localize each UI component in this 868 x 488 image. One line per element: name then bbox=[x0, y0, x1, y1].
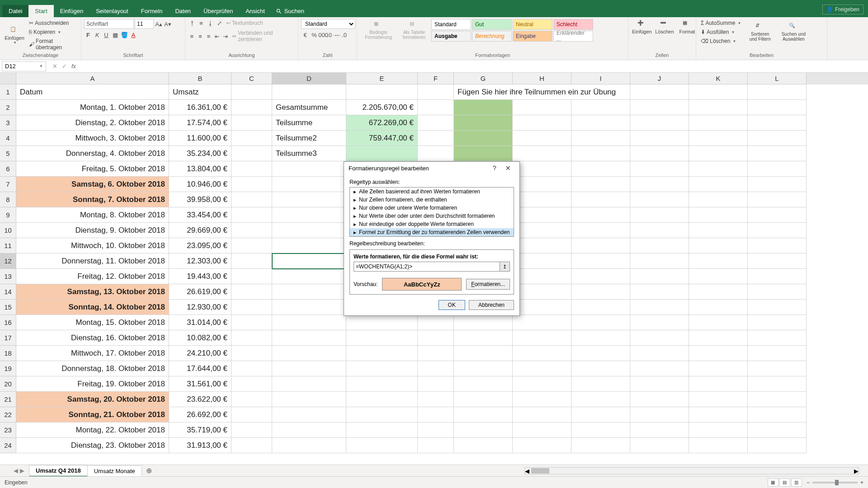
cell[interactable] bbox=[689, 192, 748, 207]
cell[interactable]: 19.443,00 € bbox=[169, 269, 231, 284]
underline-button[interactable]: U bbox=[102, 31, 110, 39]
cell[interactable] bbox=[689, 161, 748, 177]
cell[interactable] bbox=[513, 376, 571, 392]
column-header[interactable]: H bbox=[513, 73, 571, 84]
cell[interactable] bbox=[454, 146, 513, 161]
cell[interactable] bbox=[571, 253, 630, 269]
cell[interactable] bbox=[571, 238, 630, 253]
column-header[interactable]: K bbox=[689, 73, 748, 84]
sheet-nav[interactable]: ◀▶ bbox=[9, 467, 29, 474]
indent-inc-button[interactable]: ⇥ bbox=[222, 32, 230, 40]
row-header[interactable]: 3 bbox=[0, 115, 16, 131]
cell[interactable] bbox=[748, 207, 807, 223]
cell[interactable] bbox=[418, 315, 454, 330]
row-header[interactable]: 16 bbox=[0, 315, 16, 330]
rule-type-option[interactable]: ►Nur Zellen formatieren, die enthalten bbox=[350, 196, 514, 204]
cell[interactable] bbox=[630, 223, 689, 238]
cell[interactable] bbox=[689, 131, 748, 146]
tab-formulas[interactable]: Formeln bbox=[135, 5, 169, 17]
cell[interactable]: Dienstag, 16. Oktober 2018 bbox=[16, 330, 169, 346]
cell[interactable]: 26.692,00 € bbox=[169, 407, 231, 422]
cell[interactable]: Mittwoch, 17. Oktober 2018 bbox=[16, 346, 169, 361]
cell[interactable] bbox=[630, 253, 689, 269]
cell[interactable] bbox=[346, 330, 418, 346]
cell[interactable]: 26.619,00 € bbox=[169, 284, 231, 300]
sheet-tab-active[interactable]: Umsatz Q4 2018 bbox=[29, 465, 88, 477]
cell[interactable] bbox=[272, 284, 346, 300]
row-header[interactable]: 5 bbox=[0, 146, 16, 161]
row-header[interactable]: 7 bbox=[0, 177, 16, 192]
column-header[interactable]: C bbox=[231, 73, 272, 84]
cell[interactable]: Fügen Sie hier ihre Teilnummen ein zur Ü… bbox=[454, 84, 630, 100]
rule-type-option[interactable]: ►Nur eindeutige oder doppelte Werte form… bbox=[350, 220, 514, 228]
cell[interactable] bbox=[231, 192, 272, 207]
cell[interactable] bbox=[571, 376, 630, 392]
cell[interactable]: Samstag, 20. Oktober 2018 bbox=[16, 392, 169, 407]
cell[interactable] bbox=[630, 284, 689, 300]
cell[interactable] bbox=[571, 422, 630, 438]
cell[interactable] bbox=[689, 100, 748, 115]
row-header[interactable]: 6 bbox=[0, 161, 16, 177]
row-header[interactable]: 23 bbox=[0, 422, 16, 438]
cell[interactable] bbox=[571, 330, 630, 346]
cell[interactable] bbox=[571, 192, 630, 207]
cell[interactable] bbox=[630, 407, 689, 422]
cell[interactable] bbox=[513, 146, 571, 161]
column-header[interactable]: G bbox=[454, 73, 513, 84]
next-sheet-icon[interactable]: ▶ bbox=[20, 467, 24, 474]
cell[interactable] bbox=[513, 177, 571, 192]
tab-view[interactable]: Ansicht bbox=[239, 5, 271, 17]
format-button[interactable]: Formatieren... bbox=[466, 279, 510, 290]
cell[interactable] bbox=[689, 407, 748, 422]
column-header[interactable]: L bbox=[748, 73, 807, 84]
cell[interactable] bbox=[689, 422, 748, 438]
align-middle-button[interactable]: ≡ bbox=[197, 19, 205, 27]
range-picker-button[interactable]: ↥ bbox=[500, 262, 510, 272]
cell[interactable] bbox=[513, 300, 571, 315]
cell[interactable]: Freitag, 12. Oktober 2018 bbox=[16, 269, 169, 284]
cell[interactable]: 16.361,00 € bbox=[169, 100, 231, 115]
tab-review[interactable]: Überprüfen bbox=[197, 5, 239, 17]
cell[interactable] bbox=[454, 315, 513, 330]
cell[interactable] bbox=[630, 300, 689, 315]
cell[interactable] bbox=[454, 438, 513, 453]
wrap-text-button[interactable]: ↩Textumbruch bbox=[224, 19, 265, 27]
cell[interactable] bbox=[346, 376, 418, 392]
cell[interactable] bbox=[689, 238, 748, 253]
cell[interactable] bbox=[630, 84, 689, 100]
cell[interactable] bbox=[571, 177, 630, 192]
cell[interactable] bbox=[454, 346, 513, 361]
sheet-tab-other[interactable]: Umsatz Monate bbox=[87, 465, 142, 476]
rule-formula-input[interactable] bbox=[354, 262, 500, 272]
font-family-combo[interactable] bbox=[84, 19, 134, 29]
column-header[interactable]: F bbox=[418, 73, 454, 84]
cell[interactable] bbox=[571, 269, 630, 284]
cell[interactable] bbox=[513, 207, 571, 223]
cell[interactable] bbox=[571, 346, 630, 361]
cell[interactable] bbox=[630, 100, 689, 115]
cell-styles-gallery[interactable]: Standard Gut Neutral Schlecht Ausgabe Be… bbox=[431, 19, 593, 42]
row-header[interactable]: 17 bbox=[0, 330, 16, 346]
row-header[interactable]: 21 bbox=[0, 392, 16, 407]
cell[interactable] bbox=[418, 392, 454, 407]
cell[interactable] bbox=[630, 207, 689, 223]
cell[interactable] bbox=[689, 330, 748, 346]
row-header[interactable]: 8 bbox=[0, 192, 16, 207]
cell[interactable]: Mittwoch, 3. Oktober 2018 bbox=[16, 131, 169, 146]
cell[interactable] bbox=[346, 315, 418, 330]
cell[interactable] bbox=[346, 392, 418, 407]
cell[interactable] bbox=[630, 192, 689, 207]
cell[interactable] bbox=[630, 238, 689, 253]
cell[interactable] bbox=[748, 131, 807, 146]
row-header[interactable]: 22 bbox=[0, 407, 16, 422]
cell[interactable]: 17.644,00 € bbox=[169, 361, 231, 376]
cell[interactable]: 2.205.670,00 € bbox=[346, 100, 418, 115]
format-as-table-button[interactable]: ▤ Als Tabelle formatieren bbox=[398, 20, 430, 41]
cell[interactable] bbox=[418, 376, 454, 392]
cell[interactable]: 17.574,00 € bbox=[169, 115, 231, 131]
cancel-formula-icon[interactable]: ✕ bbox=[52, 63, 57, 70]
cell[interactable] bbox=[231, 253, 272, 269]
cell[interactable] bbox=[571, 315, 630, 330]
rule-type-option[interactable]: ►Alle Zellen basierend auf ihren Werten … bbox=[350, 188, 514, 196]
cell[interactable] bbox=[630, 131, 689, 146]
